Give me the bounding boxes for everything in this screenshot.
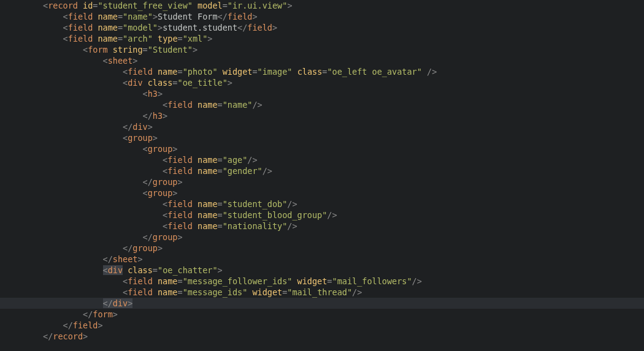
code-line[interactable]: <field name="arch" type="xml"> (0, 33, 644, 44)
code-line[interactable]: <field name="message_ids" widget="mail_t… (0, 287, 644, 298)
code-line[interactable]: <field name="student_dob"/> (0, 198, 644, 209)
code-line[interactable]: <field name="age"/> (0, 154, 644, 165)
code-line[interactable]: <field name="student_blood_group"/> (0, 209, 644, 221)
code-editor[interactable]: <record id="student_free_view" model="ir… (0, 0, 644, 342)
code-line[interactable]: <h3> (0, 88, 644, 99)
code-line[interactable]: <field name="model">student.student</fie… (0, 22, 644, 33)
code-line[interactable]: <field name="name">Student Form</field> (0, 11, 644, 22)
code-line[interactable]: </h3> (0, 110, 644, 121)
code-line[interactable]: <field name="photo" widget="image" class… (0, 66, 644, 77)
code-line[interactable]: </form> (0, 309, 644, 320)
code-line[interactable]: <field name="name"/> (0, 99, 644, 110)
code-line[interactable]: <field name="message_follower_ids" widge… (0, 276, 644, 287)
code-line[interactable]: <group> (0, 143, 644, 154)
code-line[interactable]: </record> (0, 331, 644, 342)
code-line[interactable]: <sheet> (0, 55, 644, 66)
code-line[interactable]: </group> (0, 232, 644, 243)
code-line[interactable]: </field> (0, 320, 644, 331)
code-line[interactable]: <group> (0, 187, 644, 198)
code-line[interactable]: </div> (0, 298, 644, 309)
code-line[interactable]: </div> (0, 121, 644, 132)
code-line[interactable]: </group> (0, 176, 644, 187)
code-line[interactable]: <div class="oe_title"> (0, 77, 644, 88)
code-line[interactable]: <record id="student_free_view" model="ir… (0, 0, 644, 11)
code-line[interactable]: <field name="gender"/> (0, 165, 644, 176)
code-line[interactable]: </sheet> (0, 254, 644, 265)
code-line[interactable]: <group> (0, 132, 644, 143)
code-line[interactable]: </group> (0, 243, 644, 254)
code-line[interactable]: <form string="Student"> (0, 44, 644, 55)
code-line[interactable]: <div class="oe_chatter"> (0, 265, 644, 276)
code-line[interactable]: <field name="nationality"/> (0, 221, 644, 232)
